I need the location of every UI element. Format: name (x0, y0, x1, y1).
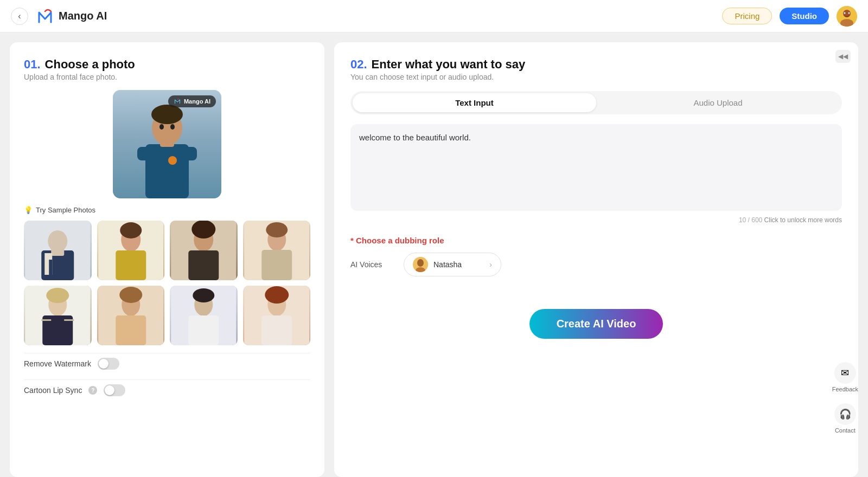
sample-photo-8[interactable] (243, 286, 311, 345)
svg-point-12 (170, 124, 175, 130)
step1-header: 01. Choose a photo Upload a frontal face… (24, 57, 310, 81)
sample-grid (24, 221, 310, 345)
contact-label: Contact (835, 427, 856, 434)
sample-photo-4-inner (243, 221, 311, 280)
sample-photo-4[interactable] (243, 221, 311, 280)
step1-subtitle: Upload a frontal face photo. (24, 73, 135, 81)
remove-watermark-toggle[interactable] (98, 358, 119, 370)
pricing-button[interactable]: Pricing (722, 8, 772, 24)
sample-photo-6[interactable] (97, 286, 165, 345)
svg-rect-47 (188, 315, 219, 345)
dubbing-row: AI Voices Natasha › (350, 253, 842, 276)
dubbing-title: * Choose a dubbing role (350, 236, 842, 245)
svg-point-11 (159, 124, 164, 130)
sidebar-right: ✉ Feedback 🎧 Contact (832, 362, 858, 434)
tab-text-input[interactable]: Text Input (353, 93, 596, 112)
svg-point-46 (193, 288, 214, 302)
word-count: 10 / 600 Click to unlock more words (350, 216, 842, 224)
cartoon-lip-sync-label: Cartoon Lip Sync (24, 386, 82, 395)
svg-rect-31 (261, 250, 292, 280)
header-right: Pricing Studio (722, 6, 857, 27)
panel-collapse-button[interactable]: ◀◀ (835, 50, 851, 63)
sample-photo-3[interactable] (170, 221, 238, 280)
sample-photo-7[interactable] (170, 286, 238, 345)
sample-photo-1[interactable] (24, 221, 92, 280)
step2-number: 02. (350, 59, 367, 70)
text-input-area[interactable]: welcome to the beautiful world. (350, 124, 842, 211)
create-ai-video-button[interactable]: Create AI Video (529, 309, 663, 339)
svg-rect-27 (188, 250, 219, 280)
svg-rect-51 (261, 315, 292, 345)
contact-icon: 🎧 (834, 403, 856, 425)
sample-photo-3-inner (170, 221, 238, 280)
svg-rect-19 (49, 260, 52, 275)
sample-photo-2[interactable] (97, 221, 165, 280)
sample-photo-7-inner (170, 286, 238, 345)
main-layout: 01. Choose a photo Upload a frontal face… (0, 33, 868, 477)
bulb-icon: 💡 (24, 206, 33, 214)
watermark-badge: Mango AI (168, 95, 216, 107)
help-icon[interactable]: ? (88, 386, 97, 395)
avatar[interactable] (837, 6, 857, 27)
svg-rect-7 (175, 147, 197, 160)
main-photo[interactable]: Mango AI (113, 90, 221, 198)
feedback-icon-group[interactable]: ✉ Feedback (832, 362, 858, 392)
svg-point-30 (266, 222, 288, 237)
remove-watermark-row: Remove Watermark (24, 353, 310, 374)
sample-photo-6-inner (97, 286, 165, 345)
cartoon-toggle-knob (105, 385, 114, 395)
back-button[interactable]: ‹ (11, 8, 28, 25)
svg-point-42 (119, 287, 142, 303)
person-silhouette (132, 101, 202, 198)
cartoon-lip-sync-toggle[interactable] (104, 384, 125, 396)
svg-point-53 (417, 259, 424, 267)
voice-arrow-icon: › (489, 260, 492, 269)
back-icon: ‹ (18, 11, 21, 21)
svg-point-13 (168, 156, 177, 165)
step1-number: 01. (24, 59, 41, 70)
logo: Mango AI (36, 7, 107, 25)
voice-avatar (413, 257, 428, 272)
try-sample-label: Try Sample Photos (36, 206, 95, 214)
voice-selector[interactable]: Natasha › (404, 253, 501, 276)
logo-icon (36, 7, 54, 25)
feedback-label: Feedback (832, 386, 858, 392)
input-tab-row: Text Input Audio Upload (350, 91, 842, 114)
tab-audio-upload[interactable]: Audio Upload (596, 93, 840, 112)
try-sample-row: 💡 Try Sample Photos (24, 206, 310, 214)
svg-point-34 (46, 288, 69, 303)
feedback-icon: ✉ (834, 362, 856, 384)
sample-photo-2-inner (97, 221, 165, 280)
step2-header: 02. Enter what you want to say You can c… (350, 57, 842, 81)
watermark-text: Mango AI (184, 98, 210, 105)
right-panel: 02. Enter what you want to say You can c… (334, 42, 858, 477)
step2-title: Enter what you want to say (372, 57, 526, 72)
svg-point-10 (151, 105, 183, 124)
collapse-icon: ◀◀ (838, 53, 848, 60)
ai-voices-label: AI Voices (350, 260, 394, 269)
sample-photo-1-inner (24, 221, 92, 280)
voice-name: Natasha (433, 260, 484, 269)
svg-point-3 (844, 12, 846, 14)
remove-watermark-label: Remove Watermark (24, 359, 91, 368)
dubbing-section: * Choose a dubbing role AI Voices Natash… (350, 236, 842, 276)
contact-icon-group[interactable]: 🎧 Contact (834, 403, 856, 434)
svg-rect-38 (41, 319, 51, 321)
svg-point-50 (265, 286, 289, 304)
studio-button[interactable]: Studio (780, 8, 829, 24)
svg-rect-6 (137, 147, 159, 160)
svg-point-22 (120, 222, 142, 238)
unlock-label[interactable]: Click to unlock more words (764, 216, 842, 224)
sample-photo-5[interactable] (24, 286, 92, 345)
svg-point-26 (192, 221, 215, 238)
toggle-knob (99, 359, 108, 369)
step1-title: Choose a photo (45, 57, 135, 72)
svg-rect-43 (116, 315, 146, 345)
cartoon-lip-sync-row: Cartoon Lip Sync ? (24, 379, 310, 401)
sample-photo-8-inner (243, 286, 311, 345)
header: ‹ Mango AI Pricing Studio (0, 0, 868, 33)
step2-subtitle: You can choose text input or audio uploa… (350, 73, 525, 81)
main-photo-container[interactable]: Mango AI (24, 90, 310, 198)
svg-rect-17 (51, 248, 64, 256)
logo-text: Mango AI (59, 10, 107, 22)
